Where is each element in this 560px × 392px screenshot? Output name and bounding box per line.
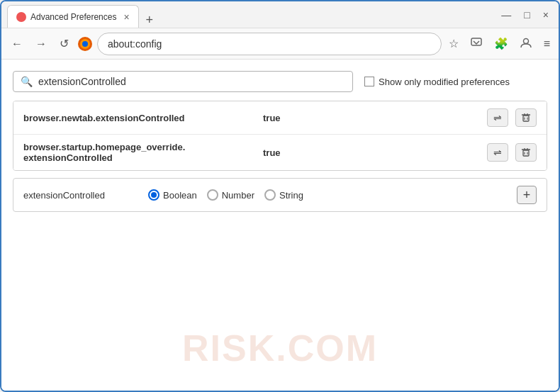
show-modified-text: Show only modified preferences — [379, 77, 510, 87]
new-pref-name: extensionControlled — [23, 190, 137, 201]
delete-icon — [521, 147, 531, 157]
svg-rect-11 — [523, 150, 529, 156]
browser-window: Advanced Preferences × + — □ × ← → ↺ abo… — [0, 0, 560, 392]
active-tab[interactable]: Advanced Preferences × — [7, 5, 139, 28]
radio-circle-number — [207, 189, 218, 201]
new-tab-button[interactable]: + — [142, 13, 158, 28]
toggle-button-2[interactable]: ⇌ — [487, 143, 508, 162]
pocket-icon — [470, 36, 483, 49]
search-icon: 🔍 — [21, 76, 33, 87]
watermark: RISK.COM — [182, 327, 378, 369]
extension-button[interactable]: 🧩 — [491, 34, 511, 53]
close-window-button[interactable]: × — [539, 8, 553, 22]
radio-circle-string — [264, 189, 276, 201]
svg-point-2 — [82, 41, 88, 47]
delete-button-2[interactable] — [515, 143, 537, 162]
radio-string[interactable]: String — [264, 189, 303, 201]
bookmarks-star-button[interactable]: ☆ — [446, 34, 461, 53]
content-area: RISK.COM 🔍 Show only modified preference… — [1, 60, 559, 391]
row-actions-2: ⇌ — [487, 143, 537, 162]
firefox-logo-icon — [77, 36, 93, 52]
tab-favicon — [16, 12, 26, 22]
search-row: 🔍 Show only modified preferences — [13, 71, 547, 92]
title-bar: Advanced Preferences × + — □ × — [1, 1, 559, 28]
row-actions-1: ⇌ — [487, 108, 537, 127]
minimize-button[interactable]: — — [497, 8, 515, 22]
search-box-container: 🔍 — [13, 71, 353, 92]
radio-number[interactable]: Number — [207, 189, 254, 201]
back-button[interactable]: ← — [7, 35, 27, 53]
delete-icon — [521, 113, 531, 123]
radio-circle-boolean — [148, 189, 159, 201]
show-modified-checkbox[interactable] — [364, 77, 374, 86]
nav-bar: ← → ↺ about:config ☆ 🧩 — [1, 28, 559, 60]
table-row: browser.newtab.extensionControlled true … — [13, 101, 547, 135]
new-pref-row: extensionControlled Boolean Number Strin… — [13, 178, 547, 212]
address-text: about:config — [108, 38, 162, 50]
window-controls: — □ × — [497, 8, 553, 22]
radio-number-label: Number — [222, 190, 254, 201]
search-input[interactable] — [38, 76, 345, 87]
account-button[interactable] — [517, 33, 535, 55]
forward-button[interactable]: → — [31, 35, 51, 53]
pref-name-2: browser.startup.homepage_override.extens… — [23, 142, 257, 163]
radio-boolean[interactable]: Boolean — [148, 189, 197, 201]
address-bar[interactable]: about:config — [97, 33, 442, 55]
add-preference-button[interactable]: + — [517, 186, 537, 204]
svg-rect-5 — [523, 116, 529, 121]
results-table: browser.newtab.extensionControlled true … — [13, 101, 547, 171]
maximize-button[interactable]: □ — [520, 8, 534, 22]
pocket-button[interactable] — [467, 33, 486, 55]
pref-value-1: true — [263, 113, 487, 123]
refresh-button[interactable]: ↺ — [55, 34, 73, 53]
radio-boolean-label: Boolean — [163, 190, 197, 201]
table-row: browser.startup.homepage_override.extens… — [13, 135, 547, 170]
delete-button-1[interactable] — [515, 108, 537, 127]
pref-value-2: true — [263, 147, 487, 158]
tab-label: Advanced Preferences — [30, 12, 116, 22]
account-icon — [520, 36, 532, 49]
type-radio-group: Boolean Number String — [148, 189, 505, 201]
toggle-button-1[interactable]: ⇌ — [487, 108, 508, 127]
radio-string-label: String — [279, 190, 303, 201]
tab-close-button[interactable]: × — [123, 11, 129, 23]
svg-point-4 — [523, 38, 528, 43]
menu-button[interactable]: ≡ — [541, 35, 553, 53]
show-modified-label[interactable]: Show only modified preferences — [364, 77, 510, 87]
tab-strip: Advanced Preferences × + — [7, 1, 497, 28]
pref-name-1: browser.newtab.extensionControlled — [23, 113, 257, 123]
nav-icons: ☆ 🧩 ≡ — [446, 33, 553, 55]
